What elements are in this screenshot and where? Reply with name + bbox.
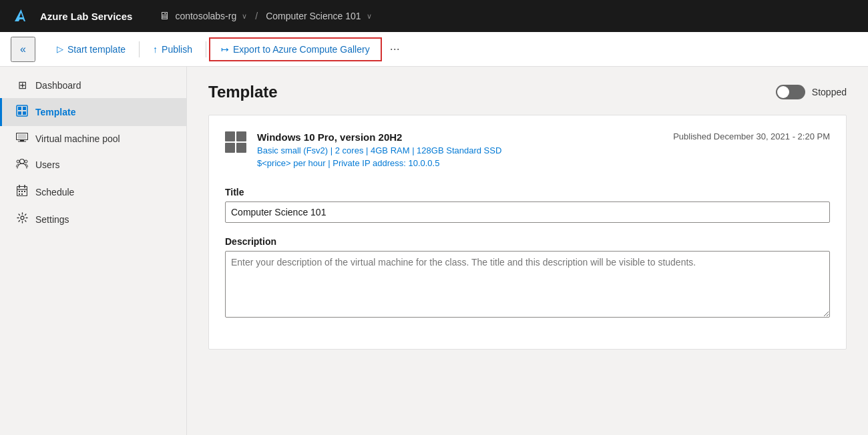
vm-info-left: Windows 10 Pro, version 20H2 Basic small… <box>225 131 501 168</box>
breadcrumb-separator: / <box>255 11 258 21</box>
lab-name-link[interactable]: Computer Science 101 <box>266 11 361 21</box>
svg-rect-4 <box>23 111 26 115</box>
publish-label: Publish <box>162 44 192 55</box>
sidebar-item-label-dashboard: Dashboard <box>35 80 81 91</box>
vm-pool-icon <box>15 133 29 145</box>
start-template-button[interactable]: ▷ Start template <box>46 39 136 60</box>
svg-rect-17 <box>21 191 23 192</box>
svg-rect-18 <box>24 191 25 192</box>
svg-rect-6 <box>18 134 26 139</box>
sidebar-item-label-schedule: Schedule <box>35 187 74 197</box>
monitor-icon: 🖥 <box>159 10 170 22</box>
play-icon: ▷ <box>57 44 63 54</box>
title-field-group: Title <box>225 187 830 223</box>
vm-spec: Basic small (Fsv2) | 2 cores | 4GB RAM |… <box>257 145 501 155</box>
action-divider-1 <box>139 41 140 57</box>
action-divider-2 <box>206 41 206 57</box>
vm-price: $<price> per hour | Private IP address: … <box>257 158 501 168</box>
start-template-label: Start template <box>67 44 126 55</box>
description-textarea[interactable] <box>225 251 830 318</box>
breadcrumb: 🖥 contosolabs-rg ∨ / Computer Science 10… <box>159 10 371 22</box>
windows-logo <box>225 131 246 153</box>
win-quad-2 <box>236 131 246 141</box>
sidebar-item-users[interactable]: Users <box>0 151 186 178</box>
svg-point-11 <box>25 160 27 163</box>
svg-rect-16 <box>19 191 20 192</box>
sidebar-item-settings[interactable]: Settings <box>0 205 186 233</box>
publish-icon: ↑ <box>153 44 158 55</box>
app-title: Azure Lab Services <box>40 11 132 22</box>
svg-rect-2 <box>23 107 26 110</box>
svg-point-10 <box>17 160 19 163</box>
lab-chevron: ∨ <box>367 12 372 21</box>
topbar: Azure Lab Services 🖥 contosolabs-rg ∨ / … <box>0 0 868 32</box>
svg-rect-20 <box>21 193 23 195</box>
page-title: Template <box>208 83 278 101</box>
sidebar-item-vm-pool[interactable]: Virtual machine pool <box>0 126 186 151</box>
template-card: Windows 10 Pro, version 20H2 Basic small… <box>208 115 847 350</box>
vm-name: Windows 10 Pro, version 20H2 <box>257 131 501 143</box>
sidebar-item-label-settings: Settings <box>35 214 69 225</box>
sidebar-item-schedule[interactable]: Schedule <box>0 178 186 205</box>
sidebar-item-label-template: Template <box>35 107 75 117</box>
azure-logo <box>11 7 29 25</box>
dashboard-icon: ⊞ <box>15 79 29 91</box>
resource-group-link[interactable]: contosolabs-rg <box>175 11 236 21</box>
sidebar: ⊞ Dashboard Template <box>0 67 187 435</box>
win-quad-1 <box>225 131 235 141</box>
more-actions-button[interactable]: ··· <box>382 37 408 61</box>
export-label: Export to Azure Compute Gallery <box>233 44 370 55</box>
win-quad-3 <box>225 143 235 153</box>
title-input[interactable] <box>225 201 830 223</box>
description-label: Description <box>225 236 830 247</box>
title-label: Title <box>225 187 830 197</box>
collapse-button[interactable]: « <box>11 37 35 62</box>
page-header: Template Stopped <box>208 83 847 101</box>
svg-rect-8 <box>18 141 26 142</box>
layout: ⊞ Dashboard Template <box>0 67 868 435</box>
main-content: Template Stopped Wind <box>187 67 868 435</box>
export-icon: ↦ <box>221 44 229 55</box>
vm-published-date: Published December 30, 2021 - 2:20 PM <box>673 131 830 141</box>
vm-details: Windows 10 Pro, version 20H2 Basic small… <box>257 131 501 168</box>
breadcrumb-chevron: ∨ <box>242 12 247 21</box>
sidebar-item-label-vmpool: Virtual machine pool <box>35 133 120 144</box>
svg-rect-3 <box>18 111 21 115</box>
users-icon <box>15 158 29 171</box>
more-icon: ··· <box>390 42 400 55</box>
sidebar-item-label-users: Users <box>35 159 60 170</box>
settings-icon <box>15 212 29 226</box>
description-field-group: Description <box>225 236 830 320</box>
svg-rect-19 <box>19 193 20 195</box>
template-icon <box>15 105 29 119</box>
export-to-gallery-button[interactable]: ↦ Export to Azure Compute Gallery <box>209 37 382 61</box>
sidebar-item-dashboard[interactable]: ⊞ Dashboard <box>0 72 186 98</box>
status-area: Stopped <box>776 85 847 99</box>
publish-button[interactable]: ↑ Publish <box>142 39 203 60</box>
status-toggle[interactable] <box>776 85 805 99</box>
svg-rect-1 <box>18 107 21 110</box>
win-quad-4 <box>236 143 246 153</box>
sidebar-item-template[interactable]: Template <box>0 98 186 126</box>
status-label: Stopped <box>812 87 847 97</box>
schedule-icon <box>15 185 29 199</box>
vm-info-row: Windows 10 Pro, version 20H2 Basic small… <box>225 131 830 168</box>
svg-point-21 <box>21 216 24 220</box>
actionbar: « ▷ Start template ↑ Publish ↦ Export to… <box>0 32 868 67</box>
